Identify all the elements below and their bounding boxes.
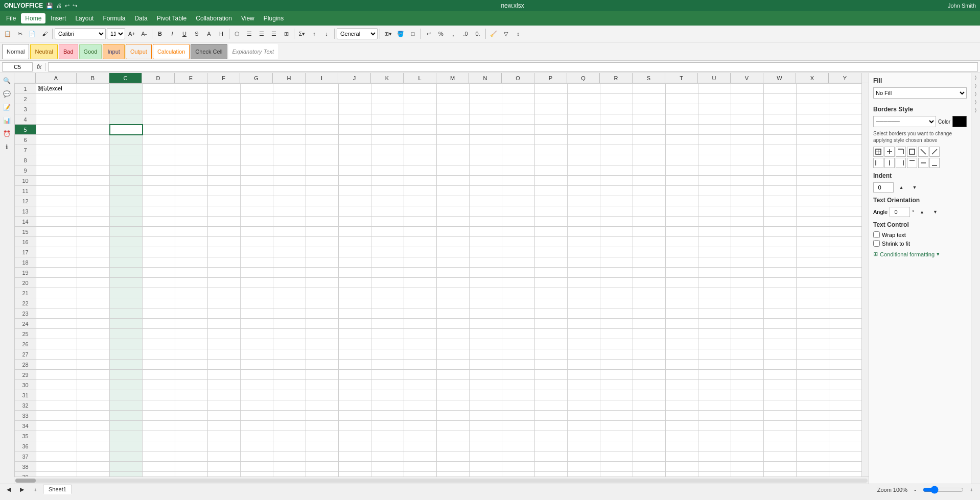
cell-E7[interactable] bbox=[175, 145, 208, 155]
row-number-4[interactable]: 4 bbox=[15, 114, 36, 125]
cell-L2[interactable] bbox=[404, 94, 437, 104]
far-right-icon-2[interactable]: ⟩ bbox=[972, 82, 979, 89]
cell-S20[interactable] bbox=[633, 278, 666, 288]
cell-K22[interactable] bbox=[371, 298, 404, 308]
cell-M39[interactable] bbox=[437, 472, 470, 477]
cell-Q37[interactable] bbox=[568, 451, 600, 462]
cell-J23[interactable] bbox=[339, 308, 371, 319]
cell-M37[interactable] bbox=[437, 451, 470, 462]
cell-I31[interactable] bbox=[306, 390, 339, 400]
cell-G20[interactable] bbox=[241, 278, 273, 288]
cell-A3[interactable] bbox=[36, 104, 77, 114]
cell-C36[interactable] bbox=[110, 441, 143, 451]
cell-K21[interactable] bbox=[371, 288, 404, 298]
cell-U31[interactable] bbox=[698, 390, 731, 400]
cell-H33[interactable] bbox=[273, 411, 306, 421]
cell-L27[interactable] bbox=[404, 349, 437, 360]
cell-I18[interactable] bbox=[306, 257, 339, 268]
cell-C23[interactable] bbox=[110, 308, 143, 319]
decimal-increase-button[interactable]: .0 bbox=[460, 28, 471, 39]
cell-P30[interactable] bbox=[535, 380, 568, 390]
cell-M26[interactable] bbox=[437, 339, 470, 349]
cell-U8[interactable] bbox=[698, 155, 731, 165]
horizontal-scrollbar[interactable] bbox=[14, 477, 869, 484]
thousands-button[interactable]: , bbox=[448, 28, 459, 39]
cell-K17[interactable] bbox=[371, 247, 404, 257]
cell-H7[interactable] bbox=[273, 145, 306, 155]
cell-Y4[interactable] bbox=[829, 114, 862, 125]
indent-up-button[interactable]: ▲ bbox=[896, 185, 907, 190]
cell-H30[interactable] bbox=[273, 380, 306, 390]
col-header-J[interactable]: J bbox=[338, 73, 371, 83]
cell-Q39[interactable] bbox=[568, 472, 600, 477]
cell-I30[interactable] bbox=[306, 380, 339, 390]
cell-D2[interactable] bbox=[143, 94, 175, 104]
border-diag-down-button[interactable] bbox=[918, 147, 928, 157]
cell-B36[interactable] bbox=[77, 441, 110, 451]
cell-Q15[interactable] bbox=[568, 227, 600, 237]
cell-Q17[interactable] bbox=[568, 247, 600, 257]
cell-H13[interactable] bbox=[273, 206, 306, 217]
cell-Q8[interactable] bbox=[568, 155, 600, 165]
cell-M24[interactable] bbox=[437, 319, 470, 329]
cell-M32[interactable] bbox=[437, 400, 470, 411]
col-header-B[interactable]: B bbox=[77, 73, 109, 83]
cell-K30[interactable] bbox=[371, 380, 404, 390]
cell-R9[interactable] bbox=[600, 165, 633, 176]
cell-H23[interactable] bbox=[273, 308, 306, 319]
cell-I19[interactable] bbox=[306, 268, 339, 278]
cell-N33[interactable] bbox=[470, 411, 502, 421]
cell-X24[interactable] bbox=[797, 319, 829, 329]
col-header-N[interactable]: N bbox=[469, 73, 502, 83]
cell-B32[interactable] bbox=[77, 400, 110, 411]
cell-Q32[interactable] bbox=[568, 400, 600, 411]
cell-U18[interactable] bbox=[698, 257, 731, 268]
cell-L18[interactable] bbox=[404, 257, 437, 268]
row-number-11[interactable]: 11 bbox=[15, 186, 36, 196]
cell-C38[interactable] bbox=[110, 462, 143, 472]
cell-O6[interactable] bbox=[502, 135, 535, 145]
cell-J27[interactable] bbox=[339, 349, 371, 360]
cell-P37[interactable] bbox=[535, 451, 568, 462]
cell-Q31[interactable] bbox=[568, 390, 600, 400]
cell-T10[interactable] bbox=[666, 176, 698, 186]
cell-I35[interactable] bbox=[306, 431, 339, 441]
cell-B20[interactable] bbox=[77, 278, 110, 288]
cell-N17[interactable] bbox=[470, 247, 502, 257]
cell-V7[interactable] bbox=[731, 145, 764, 155]
style-input-button[interactable]: Input bbox=[103, 44, 124, 59]
cell-B10[interactable] bbox=[77, 176, 110, 186]
cell-W30[interactable] bbox=[764, 380, 797, 390]
cell-A13[interactable] bbox=[36, 206, 77, 217]
menu-item-home[interactable]: Home bbox=[21, 13, 45, 23]
cell-Y35[interactable] bbox=[829, 431, 862, 441]
cell-V1[interactable] bbox=[731, 84, 764, 94]
cell-E27[interactable] bbox=[175, 349, 208, 360]
cell-I11[interactable] bbox=[306, 186, 339, 196]
row-number-35[interactable]: 35 bbox=[15, 431, 36, 441]
cell-B30[interactable] bbox=[77, 380, 110, 390]
cell-F22[interactable] bbox=[208, 298, 241, 308]
cell-R39[interactable] bbox=[600, 472, 633, 477]
row-number-16[interactable]: 16 bbox=[15, 237, 36, 247]
cell-C8[interactable] bbox=[110, 155, 143, 165]
cell-G28[interactable] bbox=[241, 360, 273, 370]
cell-P8[interactable] bbox=[535, 155, 568, 165]
cell-P19[interactable] bbox=[535, 268, 568, 278]
cell-K27[interactable] bbox=[371, 349, 404, 360]
cell-V15[interactable] bbox=[731, 227, 764, 237]
cell-P18[interactable] bbox=[535, 257, 568, 268]
cell-L34[interactable] bbox=[404, 421, 437, 431]
cell-R15[interactable] bbox=[600, 227, 633, 237]
cell-T15[interactable] bbox=[666, 227, 698, 237]
cell-Y39[interactable] bbox=[829, 472, 862, 477]
cell-E37[interactable] bbox=[175, 451, 208, 462]
cell-X22[interactable] bbox=[797, 298, 829, 308]
cell-V30[interactable] bbox=[731, 380, 764, 390]
cell-H25[interactable] bbox=[273, 329, 306, 339]
grid-container[interactable]: 1测试excel23456789101112131415161718192021… bbox=[14, 83, 869, 477]
cell-C19[interactable] bbox=[110, 268, 143, 278]
cell-I4[interactable] bbox=[306, 114, 339, 125]
cell-O14[interactable] bbox=[502, 217, 535, 227]
cell-G13[interactable] bbox=[241, 206, 273, 217]
